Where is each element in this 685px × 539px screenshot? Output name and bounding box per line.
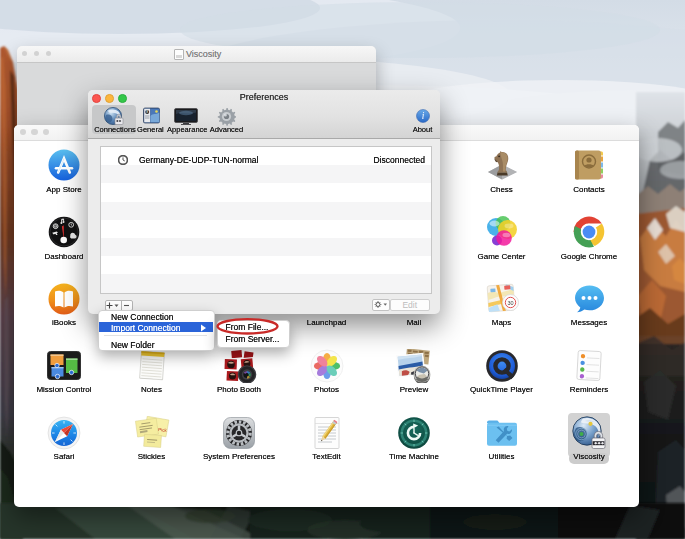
svg-text:30: 30 xyxy=(507,300,513,306)
svg-text:i: i xyxy=(422,111,425,121)
svg-text:8: 8 xyxy=(146,110,148,114)
svg-text:Pick: Pick xyxy=(157,427,167,433)
